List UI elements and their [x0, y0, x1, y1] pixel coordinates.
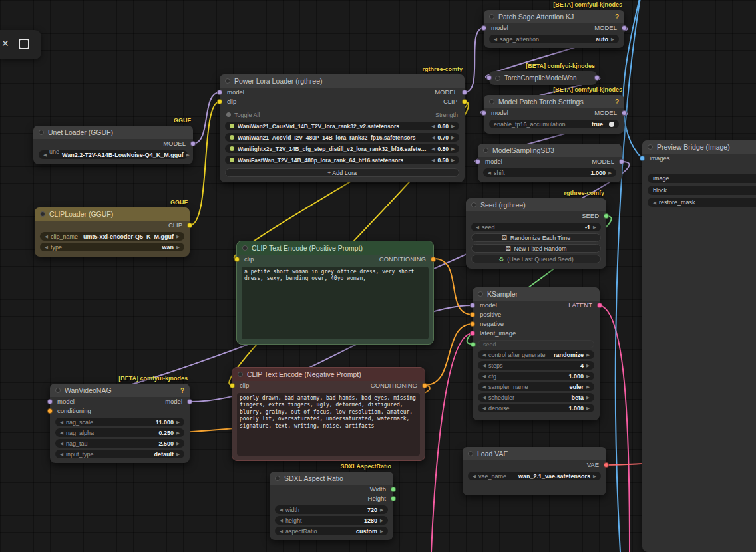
lora-row[interactable]: Wan\lightx2v_T2V_14B_cfg_step_distill_v2… — [225, 144, 459, 153]
steps-widget[interactable]: steps 4 — [478, 361, 594, 370]
prev-arrow-icon[interactable] — [43, 150, 47, 159]
collapse-dot[interactable] — [40, 211, 45, 217]
prev-arrow-icon[interactable] — [60, 428, 63, 437]
help-icon[interactable]: ? — [180, 387, 184, 394]
seed-input-row[interactable]: seed — [478, 340, 594, 348]
prev-arrow-icon[interactable] — [482, 382, 486, 391]
conditioning-input-port[interactable] — [47, 408, 53, 414]
negative-input-port[interactable] — [470, 321, 475, 327]
collapse-dot[interactable] — [39, 130, 44, 135]
node-patch-sage-attention[interactable]: [BETA] comfyui-kjnodes Patch Sage Attent… — [484, 10, 624, 48]
width-widget[interactable]: width 720 — [275, 505, 388, 514]
images-input-port[interactable] — [640, 156, 645, 161]
height-widget[interactable]: height 1280 — [275, 516, 388, 525]
prev-arrow-icon[interactable] — [482, 350, 486, 359]
seed-input-port[interactable] — [471, 342, 476, 347]
prev-arrow-icon[interactable] — [482, 393, 486, 402]
prev-arrow-icon[interactable] — [476, 223, 479, 231]
prev-arrow-icon[interactable] — [472, 472, 476, 480]
next-arrow-icon[interactable] — [380, 505, 383, 514]
conditioning-output-port[interactable] — [431, 257, 436, 262]
collapse-dot[interactable] — [238, 372, 243, 377]
floating-toolbar[interactable]: ✕ — [0, 30, 41, 59]
node-load-vae[interactable]: Load VAE VAE vae_name wan_2.1_vae.safete… — [463, 447, 606, 495]
node-title-bar[interactable]: Preview Bridge (Image) — [642, 140, 756, 154]
increase-arrow-icon[interactable] — [451, 156, 455, 164]
node-title-bar[interactable]: Power Lora Loader (rgthree) — [220, 74, 465, 88]
prev-arrow-icon[interactable] — [488, 168, 491, 177]
width-output-port[interactable] — [391, 487, 396, 492]
clip-input-port[interactable] — [230, 383, 235, 388]
node-graph-canvas[interactable]: ✕ GGUF Unet Loader (GGUF) MODEL une ... … — [0, 0, 756, 552]
collapsed-title-bar[interactable]: TorchCompileModelWan — [489, 71, 597, 85]
model-input-port[interactable] — [475, 159, 480, 164]
node-seed-rgthree[interactable]: rgthree-comfy Seed (rgthree) SEED seed -… — [466, 198, 606, 269]
prev-arrow-icon[interactable] — [482, 361, 486, 370]
latent-image-input-port[interactable] — [470, 331, 475, 336]
next-arrow-icon[interactable] — [586, 404, 590, 412]
decrease-arrow-icon[interactable] — [431, 144, 435, 153]
lora-row[interactable]: Wan\FastWan_T2V_14B_480p_lora_rank_64_bf… — [225, 156, 459, 164]
sampler-name-widget[interactable]: sampler_name euler — [478, 382, 594, 391]
model-output-port[interactable] — [622, 110, 627, 116]
next-arrow-icon[interactable] — [586, 350, 590, 359]
collapse-dot[interactable] — [242, 245, 248, 251]
prev-arrow-icon[interactable] — [653, 198, 656, 207]
latent-output-port[interactable] — [597, 303, 602, 308]
node-title-bar[interactable]: Model Patch Torch Settings ? — [484, 95, 624, 108]
prev-arrow-icon[interactable] — [280, 527, 283, 535]
prev-arrow-icon[interactable] — [482, 372, 486, 380]
lora-strength[interactable]: 0.60 — [431, 122, 455, 130]
model-output-port[interactable] — [462, 90, 467, 95]
clip-output-port[interactable] — [187, 223, 192, 228]
node-negative-prompt[interactable]: CLIP Text Encode (Negative Prompt) clip … — [232, 367, 425, 461]
next-arrow-icon[interactable] — [380, 527, 383, 535]
model-input-port[interactable] — [486, 75, 492, 80]
node-power-lora-loader[interactable]: rgthree-comfy Power Lora Loader (rgthree… — [220, 74, 465, 182]
denoise-widget[interactable]: denoise 1.000 — [478, 404, 594, 412]
aspect-ratio-widget[interactable]: aspectRatio custom — [275, 527, 388, 535]
image-widget[interactable]: image — [648, 174, 756, 183]
next-arrow-icon[interactable] — [611, 35, 614, 43]
model-input-port[interactable] — [217, 90, 222, 95]
next-arrow-icon[interactable] — [608, 168, 612, 177]
prev-arrow-icon[interactable] — [280, 505, 283, 514]
collapse-dot[interactable] — [483, 148, 488, 153]
help-icon[interactable]: ? — [615, 98, 619, 106]
collapse-dot[interactable] — [275, 476, 280, 481]
toggle-all-dot-icon[interactable] — [226, 112, 231, 117]
model-input-port[interactable] — [481, 110, 486, 116]
next-arrow-icon[interactable] — [176, 428, 180, 437]
clip-type-widget[interactable]: type wan — [40, 243, 184, 251]
lora-toggle-icon[interactable] — [230, 146, 234, 151]
node-clip-loader[interactable]: GGUF CLIPLoader (GGUF) CLIP clip_name um… — [35, 207, 190, 257]
next-arrow-icon[interactable] — [176, 450, 180, 458]
decrease-arrow-icon[interactable] — [431, 133, 435, 142]
collapse-dot[interactable] — [471, 202, 476, 207]
next-arrow-icon[interactable] — [586, 382, 590, 391]
next-arrow-icon[interactable] — [176, 439, 180, 448]
node-model-patch-torch[interactable]: [BETA] comfyui-kjnodes Model Patch Torch… — [484, 95, 624, 134]
increase-arrow-icon[interactable] — [451, 122, 455, 130]
lora-name[interactable]: Wan\Wan21_CausVid_14B_T2V_lora_rank32_v2… — [238, 123, 399, 130]
model-input-port[interactable] — [481, 25, 486, 31]
collapse-dot[interactable] — [225, 78, 230, 84]
node-unet-loader[interactable]: GGUF Unet Loader (GGUF) MODEL une ... Wa… — [33, 126, 193, 164]
model-output-port[interactable] — [622, 25, 627, 31]
seed-value-widget[interactable]: seed -1 — [471, 223, 601, 231]
node-title-bar[interactable]: CLIP Text Encode (Positive Prompt) — [237, 241, 433, 255]
positive-prompt-textarea[interactable]: a petite short woman in grey office dres… — [242, 267, 429, 339]
prev-arrow-icon[interactable] — [60, 418, 63, 426]
clip-output-port[interactable] — [462, 99, 467, 104]
next-arrow-icon[interactable] — [593, 223, 596, 231]
node-positive-prompt[interactable]: CLIP Text Encode (Positive Prompt) clip … — [236, 241, 434, 345]
new-fixed-random-button[interactable]: ⚄ New Fixed Random — [471, 244, 601, 253]
use-last-queued-seed-button[interactable]: ♻ (Use Last Queued Seed) — [471, 255, 601, 263]
add-lora-button[interactable]: + Add Lora — [225, 168, 459, 177]
model-output-port[interactable] — [619, 159, 624, 164]
next-arrow-icon[interactable] — [176, 418, 180, 426]
collapse-dot[interactable] — [648, 144, 653, 150]
increase-arrow-icon[interactable] — [451, 144, 455, 153]
randomize-each-time-button[interactable]: ⚄ Randomize Each Time — [471, 233, 601, 242]
node-title-bar[interactable]: KSampler — [472, 287, 600, 301]
